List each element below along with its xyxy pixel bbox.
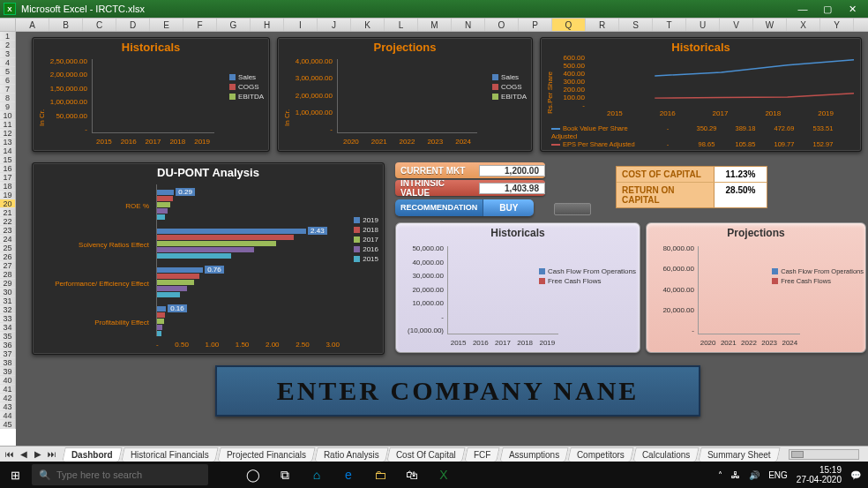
- row-header[interactable]: 17: [0, 173, 15, 182]
- sheet-tab[interactable]: Competitors: [567, 447, 633, 462]
- task-view-icon[interactable]: ⧉: [275, 465, 295, 484]
- row-header[interactable]: 33: [0, 314, 15, 323]
- column-header[interactable]: L: [385, 19, 418, 31]
- row-header[interactable]: 11: [0, 120, 15, 129]
- tray-clock[interactable]: 15:19 27-04-2020: [797, 465, 842, 484]
- row-header[interactable]: 10: [0, 111, 15, 120]
- sheet-tab[interactable]: Dashbord: [62, 447, 122, 462]
- tray-volume-icon[interactable]: 🔊: [749, 470, 760, 480]
- tab-nav-next[interactable]: ▶: [32, 449, 44, 459]
- row-header[interactable]: 9: [0, 102, 15, 111]
- sheet-tab[interactable]: Cost Of Capital: [387, 447, 466, 462]
- column-header[interactable]: D: [116, 19, 150, 31]
- row-header[interactable]: 1: [0, 32, 15, 41]
- row-header[interactable]: 27: [0, 261, 15, 270]
- column-header[interactable]: R: [586, 19, 619, 31]
- column-header[interactable]: C: [83, 19, 116, 31]
- row-header[interactable]: 34: [0, 323, 15, 332]
- row-header[interactable]: 32: [0, 305, 15, 314]
- row-header[interactable]: 20: [0, 199, 15, 208]
- horizontal-scrollbar[interactable]: [789, 449, 859, 460]
- buy-button[interactable]: BUY: [483, 199, 534, 216]
- app-icon[interactable]: ⌂: [307, 465, 326, 484]
- column-header[interactable]: M: [418, 19, 452, 31]
- tab-nav-first[interactable]: ⏮: [4, 449, 16, 459]
- row-header[interactable]: 29: [0, 279, 15, 288]
- tray-notifications-icon[interactable]: 💬: [850, 470, 861, 480]
- column-header[interactable]: T: [653, 19, 686, 31]
- row-header[interactable]: 44: [0, 411, 15, 420]
- row-header[interactable]: 12: [0, 129, 15, 138]
- row-header[interactable]: 18: [0, 182, 15, 191]
- row-header[interactable]: 26: [0, 252, 15, 261]
- row-header[interactable]: 45: [0, 420, 15, 429]
- start-button[interactable]: ⊞: [0, 469, 30, 482]
- minimize-button[interactable]: —: [790, 4, 815, 14]
- close-button[interactable]: ✕: [840, 4, 864, 15]
- excel-taskbar-icon[interactable]: X: [434, 465, 453, 484]
- row-header[interactable]: 35: [0, 332, 15, 341]
- row-header[interactable]: 16: [0, 164, 15, 173]
- sheet-tab[interactable]: Assumptions: [499, 447, 569, 462]
- row-header[interactable]: 39: [0, 367, 15, 376]
- sheet-tab[interactable]: Ratio Analysis: [314, 447, 388, 462]
- column-header[interactable]: F: [183, 19, 217, 31]
- sheet-tab[interactable]: FCF: [465, 447, 501, 462]
- row-header[interactable]: 21: [0, 208, 15, 217]
- worksheet-canvas[interactable]: Historicals In Cr. 2,50,000.002,00,000.0…: [16, 32, 868, 446]
- tab-nav-last[interactable]: ⏭: [46, 449, 58, 459]
- row-header[interactable]: 7: [0, 85, 15, 94]
- column-header[interactable]: W: [753, 19, 787, 31]
- row-header[interactable]: 19: [0, 191, 15, 199]
- column-header[interactable]: X: [787, 19, 820, 31]
- column-header[interactable]: A: [16, 19, 49, 31]
- column-header[interactable]: H: [251, 19, 284, 31]
- row-header[interactable]: 25: [0, 244, 15, 252]
- column-header[interactable]: P: [519, 19, 552, 31]
- cortana-icon[interactable]: ◯: [243, 465, 263, 484]
- row-header[interactable]: 40: [0, 376, 15, 385]
- column-header[interactable]: I: [284, 19, 318, 31]
- row-header[interactable]: 24: [0, 235, 15, 244]
- row-header[interactable]: 14: [0, 146, 15, 155]
- explorer-icon[interactable]: 🗀: [370, 465, 390, 484]
- tray-lang[interactable]: ENG: [768, 470, 788, 480]
- column-header[interactable]: G: [217, 19, 251, 31]
- search-input[interactable]: [56, 469, 201, 480]
- column-header[interactable]: J: [318, 19, 351, 31]
- row-header[interactable]: 5: [0, 67, 15, 76]
- column-header[interactable]: U: [686, 19, 720, 31]
- column-header[interactable]: K: [351, 19, 385, 31]
- column-header[interactable]: B: [49, 19, 83, 31]
- tab-nav-prev[interactable]: ◀: [18, 449, 30, 459]
- row-header[interactable]: 4: [0, 58, 15, 67]
- row-header[interactable]: 6: [0, 76, 15, 85]
- row-header[interactable]: 3: [0, 49, 15, 58]
- column-header[interactable]: V: [720, 19, 753, 31]
- row-header[interactable]: 31: [0, 297, 15, 305]
- column-header[interactable]: S: [619, 19, 653, 31]
- store-icon[interactable]: 🛍: [402, 465, 422, 484]
- row-header[interactable]: 42: [0, 394, 15, 402]
- edge-icon[interactable]: e: [339, 465, 358, 484]
- row-headers[interactable]: 1234567891011121314151617181920212223242…: [0, 32, 16, 429]
- sheet-tab[interactable]: Calculations: [632, 447, 700, 462]
- column-header[interactable]: Q: [552, 19, 586, 31]
- column-header[interactable]: O: [485, 19, 519, 31]
- row-header[interactable]: 22: [0, 217, 15, 226]
- column-header[interactable]: N: [452, 19, 485, 31]
- row-header[interactable]: 30: [0, 288, 15, 297]
- tray-network-icon[interactable]: 🖧: [731, 470, 740, 480]
- column-header[interactable]: Y: [820, 19, 854, 31]
- tray-chevron-icon[interactable]: ˄: [718, 470, 722, 480]
- column-header[interactable]: E: [150, 19, 183, 31]
- sheet-tab[interactable]: Historical Financials: [121, 447, 218, 462]
- row-header[interactable]: 2: [0, 41, 15, 49]
- taskbar-search[interactable]: 🔍: [32, 464, 208, 485]
- company-name-banner[interactable]: ENTER COMPANY NANE: [215, 365, 700, 417]
- row-header[interactable]: 28: [0, 270, 15, 279]
- row-header[interactable]: 36: [0, 341, 15, 349]
- row-header[interactable]: 37: [0, 349, 15, 358]
- row-header[interactable]: 38: [0, 358, 15, 367]
- row-header[interactable]: 43: [0, 402, 15, 411]
